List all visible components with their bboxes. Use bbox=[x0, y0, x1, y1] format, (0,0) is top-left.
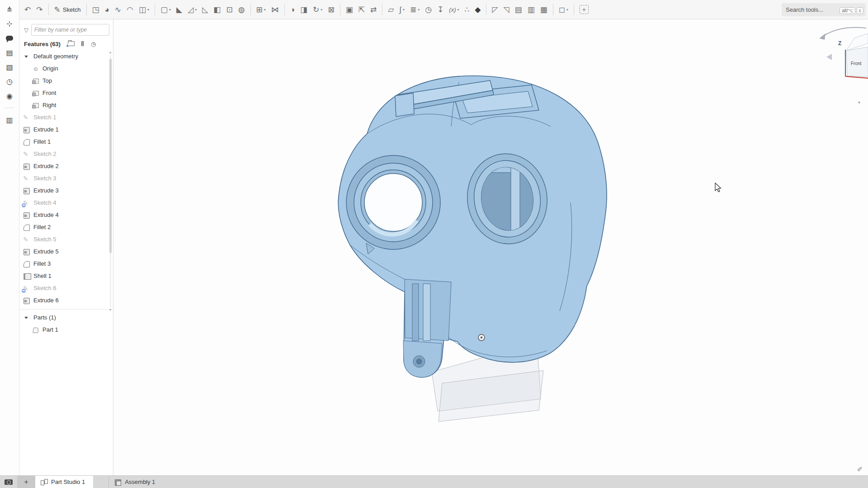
feature-extrude-5[interactable]: Extrude 5 bbox=[19, 245, 113, 258]
transform-button[interactable]: ↻ ▾ bbox=[311, 5, 325, 15]
sheet-metal-tab-button[interactable]: ▥ ▾ bbox=[525, 5, 537, 15]
feature-sketch-3[interactable]: Sketch 3 bbox=[19, 172, 113, 184]
filter-input[interactable] bbox=[31, 24, 109, 36]
sheet-metal-corner-button[interactable]: ▦ ▾ bbox=[538, 5, 550, 15]
toolbar-divider[interactable]: ▾ bbox=[486, 4, 486, 15]
scroll-down-icon[interactable]: ▾ bbox=[109, 308, 111, 312]
hole-button[interactable]: ⊡ ▾ bbox=[224, 5, 235, 15]
feature-group-default-geometry[interactable]: Default geometry bbox=[19, 50, 113, 62]
scroll-up-icon[interactable]: ▴ bbox=[109, 51, 111, 54]
rail-divider[interactable] bbox=[5, 108, 14, 108]
replace-face-button[interactable]: ⇄ ▾ bbox=[368, 5, 379, 15]
regeneration-time-button[interactable]: ◷ bbox=[91, 41, 96, 47]
feature-shell-1[interactable]: Shell 1 bbox=[19, 270, 113, 282]
screenshot-button[interactable] bbox=[0, 476, 17, 488]
delete-part-button[interactable]: ⊠ ▾ bbox=[326, 5, 336, 15]
toolbar-divider[interactable]: ▾ bbox=[553, 4, 553, 15]
mirror-button[interactable]: ⋈ ▾ bbox=[269, 5, 281, 15]
tab-part-studio-1[interactable]: Part Studio 1 bbox=[35, 476, 93, 488]
sweep-button[interactable]: ∿ ▾ bbox=[113, 5, 123, 15]
history-panel-icon[interactable]: ◷ bbox=[3, 76, 16, 87]
curve-button[interactable]: ∫ ▾ bbox=[397, 5, 407, 15]
instances-button[interactable]: ∴ ▾ bbox=[462, 5, 472, 15]
derived-button[interactable]: ↧ ▾ bbox=[435, 5, 446, 15]
toolbar-divider[interactable]: ▾ bbox=[48, 4, 49, 15]
feature-extrude-2[interactable]: Extrude 2 bbox=[19, 160, 113, 172]
shell-button[interactable]: ◧ ▾ bbox=[211, 5, 223, 15]
parts-group-header[interactable]: Parts (1) bbox=[19, 311, 113, 324]
bom-table-icon[interactable]: ▥ bbox=[3, 114, 16, 125]
history-button[interactable]: ◷ ▾ bbox=[423, 5, 434, 15]
redo-button[interactable]: ↷ ▾ bbox=[34, 5, 45, 15]
modify-fillet-button[interactable]: ▣ ▾ bbox=[344, 5, 355, 15]
feature-extrude-1[interactable]: Extrude 1 bbox=[19, 123, 113, 136]
versions-graph-icon[interactable]: ⋔ bbox=[3, 4, 16, 14]
chamfer-button[interactable]: ◣ ▾ bbox=[174, 5, 184, 15]
fillet-button[interactable]: ▢ ▾ bbox=[158, 5, 173, 15]
sheet-metal-model-button[interactable]: ◸ ▾ bbox=[490, 5, 500, 15]
thicken-button[interactable]: ◫ ▾ bbox=[137, 5, 151, 15]
feature-sketch-1[interactable]: Sketch 1 bbox=[19, 111, 113, 123]
sheet-metal-flange-button[interactable]: ◹ ▾ bbox=[501, 5, 511, 15]
create-folder-button[interactable] bbox=[68, 41, 75, 47]
feature-sketch-2[interactable]: Sketch 2 bbox=[19, 148, 113, 160]
toolbar-divider[interactable]: ▾ bbox=[574, 4, 574, 15]
boolean-button[interactable]: ◑ ▾ bbox=[288, 5, 297, 15]
toolbar-divider[interactable]: ▾ bbox=[250, 4, 251, 15]
comments-icon[interactable] bbox=[3, 33, 16, 43]
move-face-button[interactable]: ⇱ ▾ bbox=[356, 5, 367, 15]
loft-button[interactable]: ◠ ▾ bbox=[124, 5, 136, 15]
search-panel-icon[interactable]: ◉ bbox=[3, 90, 16, 101]
linear-pattern-button[interactable]: ⊞ ▾ bbox=[254, 5, 268, 15]
feature-icon bbox=[23, 175, 30, 182]
insert-custom-feature-button[interactable]: + ▾ bbox=[577, 4, 591, 15]
feature-plane-right[interactable]: Right bbox=[19, 99, 113, 111]
toolbar-divider[interactable]: ▾ bbox=[284, 4, 285, 15]
sketch-button[interactable]: ✎ Sketch ▾ bbox=[52, 5, 83, 15]
extrude-button[interactable]: ◳ ▾ bbox=[90, 5, 102, 15]
view-cube[interactable]: Z Front ▾ bbox=[813, 23, 868, 107]
feature-sketch-5[interactable]: Sketch 5 bbox=[19, 233, 113, 245]
feature-extrude-6[interactable]: Extrude 6 bbox=[19, 294, 113, 306]
learning-center-icon[interactable]: ▧ bbox=[3, 61, 16, 72]
feature-plane-top[interactable]: Top bbox=[19, 75, 113, 87]
tab-assembly-1[interactable]: Assembly 1 bbox=[108, 476, 163, 488]
configurations-icon[interactable]: ⊹ bbox=[3, 18, 16, 29]
part-model[interactable] bbox=[335, 67, 615, 424]
feature-fillet-2[interactable]: Fillet 2 bbox=[19, 221, 113, 233]
revolve-button[interactable]: ◕ ▾ bbox=[103, 5, 112, 15]
toolbar-divider[interactable]: ▾ bbox=[340, 4, 340, 15]
composite-part-button[interactable]: ≣ ▾ bbox=[408, 5, 422, 15]
split-button[interactable]: ◨ ▾ bbox=[298, 5, 310, 15]
feature-sketch-4[interactable]: Sketch 4 bbox=[19, 197, 113, 209]
feature-icon bbox=[23, 272, 30, 280]
notes-icon[interactable]: ▤ bbox=[3, 47, 16, 58]
feature-extrude-3[interactable]: Extrude 3 bbox=[19, 184, 113, 197]
scrollbar-thumb[interactable] bbox=[109, 59, 112, 253]
toolbar-divider[interactable]: ▾ bbox=[155, 4, 155, 15]
named-views-button[interactable]: ◻ ▾ bbox=[557, 5, 571, 15]
toolbar-divider[interactable]: ▾ bbox=[382, 4, 382, 15]
plane-button[interactable]: ▱ ▾ bbox=[386, 5, 396, 15]
tag-button[interactable]: ◆ ▾ bbox=[472, 5, 483, 15]
undo-button[interactable]: ↶ ▾ bbox=[22, 5, 33, 15]
feature-icon bbox=[23, 114, 30, 121]
search-tools-button[interactable]: Search tools... alt/⌥c bbox=[782, 3, 866, 16]
rib-button[interactable]: ◺ ▾ bbox=[200, 5, 210, 15]
variable-button[interactable]: (x) ▾ bbox=[447, 5, 461, 15]
boss-button[interactable]: ◍ ▾ bbox=[236, 5, 247, 15]
feature-plane-front[interactable]: Front bbox=[19, 87, 113, 99]
new-tab-button[interactable]: + bbox=[17, 476, 35, 488]
feature-origin[interactable]: Origin bbox=[19, 62, 113, 75]
feature-icon bbox=[23, 53, 30, 60]
part-1[interactable]: Part 1 bbox=[19, 324, 113, 336]
toolbar-divider[interactable]: ▾ bbox=[86, 4, 87, 15]
feature-fillet-1[interactable]: Fillet 1 bbox=[19, 136, 113, 148]
feature-sketch-6[interactable]: Sketch 6 bbox=[19, 282, 113, 294]
sheet-metal-bend-button[interactable]: ▤ ▾ bbox=[513, 5, 524, 15]
feature-tree-scrollbar[interactable]: ▴ ▾ bbox=[108, 51, 113, 312]
draft-button[interactable]: ◿ ▾ bbox=[185, 5, 199, 15]
rollback-bar-button[interactable]: ‖ bbox=[81, 40, 85, 47]
feature-fillet-3[interactable]: Fillet 3 bbox=[19, 258, 113, 270]
feature-extrude-4[interactable]: Extrude 4 bbox=[19, 209, 113, 221]
